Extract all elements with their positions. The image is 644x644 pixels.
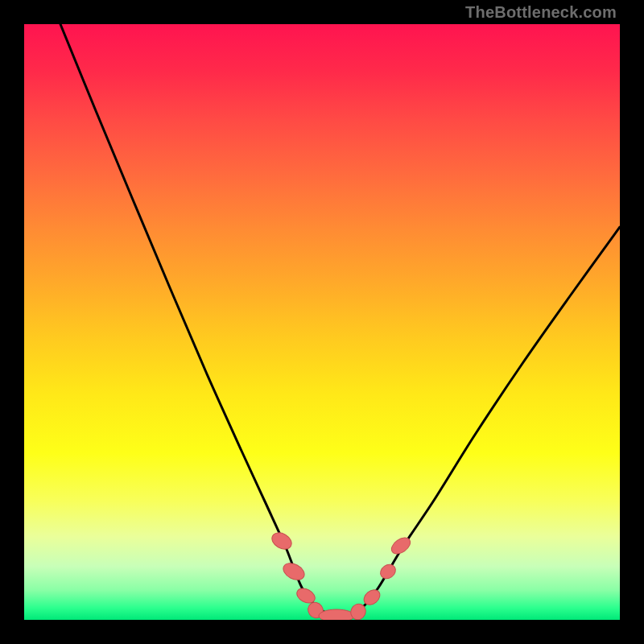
bottleneck-curve xyxy=(60,24,620,617)
chart-frame: TheBottleneck.com xyxy=(0,0,644,644)
bottleneck-curve-svg xyxy=(24,24,620,620)
curve-marker xyxy=(269,530,295,553)
curve-marker xyxy=(378,562,398,582)
plot-area xyxy=(24,24,620,620)
curve-marker xyxy=(280,559,307,583)
curve-marker xyxy=(319,609,354,620)
watermark-text: TheBottleneck.com xyxy=(465,3,617,22)
curve-markers xyxy=(269,530,413,620)
